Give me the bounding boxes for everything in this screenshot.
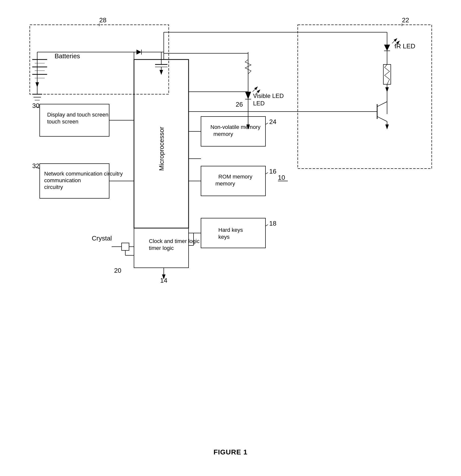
svg-text:30: 30 [32, 102, 39, 109]
svg-marker-29 [384, 45, 390, 51]
svg-rect-66 [122, 243, 129, 250]
svg-line-50 [253, 87, 258, 92]
svg-text:10: 10 [278, 174, 285, 181]
svg-text:timer logic: timer logic [149, 245, 174, 251]
svg-line-88 [265, 123, 268, 124]
svg-rect-98 [201, 218, 265, 248]
svg-text:22: 22 [402, 16, 409, 24]
svg-text:communication: communication [44, 177, 81, 183]
svg-text:Microprocessor: Microprocessor [158, 127, 165, 171]
svg-text:Crystal: Crystal [92, 235, 112, 242]
svg-text:24: 24 [269, 118, 276, 125]
diagram: 28 Batteries 22 I [15, 10, 447, 407]
svg-line-102 [265, 225, 268, 226]
svg-text:Network communication circuitr: Network communication circuitry [44, 171, 123, 177]
svg-text:Batteries: Batteries [55, 52, 80, 60]
svg-text:18: 18 [269, 220, 276, 227]
svg-text:touch screen: touch screen [47, 119, 78, 125]
svg-text:memory: memory [215, 180, 235, 187]
svg-rect-84 [201, 117, 265, 146]
svg-text:26: 26 [236, 101, 243, 108]
svg-marker-48 [245, 92, 251, 99]
svg-text:16: 16 [269, 168, 276, 175]
svg-text:Visible LED: Visible LED [253, 92, 284, 99]
svg-text:circuitry: circuitry [44, 184, 63, 190]
svg-line-41 [377, 117, 387, 121]
svg-text:Non-volatile memory: Non-volatile memory [210, 124, 261, 130]
svg-text:Clock and timer logic: Clock and timer logic [149, 238, 199, 244]
svg-text:Hard keys: Hard keys [218, 227, 243, 233]
svg-text:memory: memory [213, 131, 233, 137]
svg-marker-17 [136, 50, 141, 55]
svg-text:Display and touch screen: Display and touch screen [47, 112, 108, 118]
svg-text:LED: LED [253, 100, 265, 107]
figure-label: FIGURE 1 [213, 448, 247, 456]
svg-text:ROM memory: ROM memory [218, 174, 252, 180]
svg-line-94 [265, 173, 268, 174]
svg-text:28: 28 [99, 16, 106, 24]
svg-text:20: 20 [114, 267, 121, 274]
svg-line-40 [377, 102, 387, 107]
svg-text:32: 32 [32, 162, 39, 170]
svg-text:IR LED: IR LED [395, 42, 415, 50]
svg-text:keys: keys [218, 234, 230, 240]
